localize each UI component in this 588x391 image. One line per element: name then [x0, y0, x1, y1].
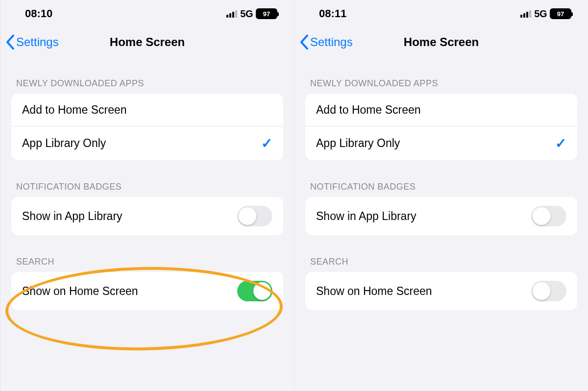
section-notification-badges: Notification Badges Show in App Library: [0, 182, 294, 235]
row-label: Show in App Library: [316, 210, 416, 223]
option-label: Add to Home Screen: [22, 103, 127, 117]
toggle-card: Show in App Library: [305, 197, 577, 235]
checkmark-icon: ✓: [555, 135, 566, 151]
section-header: Notification Badges: [305, 182, 577, 197]
section-header: Search: [11, 257, 283, 272]
phone-screenshot-left: 08:10 5G 97 Settings Home Screen Newly D…: [0, 0, 294, 391]
battery-level: 97: [263, 10, 270, 18]
back-button[interactable]: Settings: [299, 35, 353, 49]
section-newly-downloaded: Newly Downloaded Apps Add to Home Screen…: [0, 78, 294, 160]
toggle-card: Show on Home Screen: [305, 272, 577, 310]
toggle-show-in-app-library[interactable]: [237, 206, 272, 226]
toggle-show-on-home-screen[interactable]: [531, 281, 566, 301]
section-header: Search: [305, 257, 577, 272]
option-app-library-only[interactable]: App Library Only ✓: [305, 126, 577, 160]
option-app-library-only[interactable]: App Library Only ✓: [11, 126, 283, 160]
cellular-signal-icon: [226, 10, 237, 18]
row-label: Show on Home Screen: [316, 285, 432, 298]
phone-screenshot-right: 08:11 5G 97 Settings Home Screen Newly D…: [294, 0, 588, 391]
status-right: 5G 97: [226, 8, 277, 20]
back-button[interactable]: Settings: [5, 35, 59, 49]
toggle-card: Show in App Library: [11, 197, 283, 235]
status-time: 08:10: [25, 7, 52, 20]
row-label: Show on Home Screen: [22, 285, 138, 298]
status-time: 08:11: [319, 7, 346, 20]
back-label: Settings: [16, 35, 59, 49]
battery-icon: 97: [550, 8, 571, 19]
network-label: 5G: [534, 8, 547, 20]
option-label: App Library Only: [316, 137, 400, 150]
toggle-show-in-app-library[interactable]: [531, 206, 566, 226]
section-search: Search Show on Home Screen: [0, 257, 294, 310]
section-search: Search Show on Home Screen: [294, 257, 588, 310]
option-add-to-home[interactable]: Add to Home Screen: [11, 94, 283, 126]
row-show-in-app-library: Show in App Library: [11, 197, 283, 235]
row-show-on-home-screen: Show on Home Screen: [305, 272, 577, 310]
row-show-in-app-library: Show in App Library: [305, 197, 577, 235]
option-card: Add to Home Screen App Library Only ✓: [305, 94, 577, 160]
nav-bar: Settings Home Screen: [294, 27, 588, 57]
option-label: App Library Only: [22, 137, 106, 150]
option-card: Add to Home Screen App Library Only ✓: [11, 94, 283, 160]
row-label: Show in App Library: [22, 210, 122, 223]
network-label: 5G: [240, 8, 253, 20]
chevron-left-icon: [5, 35, 15, 49]
toggle-show-on-home-screen[interactable]: [237, 281, 272, 301]
section-header: Newly Downloaded Apps: [305, 78, 577, 94]
option-add-to-home[interactable]: Add to Home Screen: [305, 94, 577, 126]
section-header: Notification Badges: [11, 182, 283, 197]
battery-icon: 97: [256, 8, 277, 19]
nav-bar: Settings Home Screen: [0, 27, 294, 57]
status-bar: 08:10 5G 97: [0, 0, 294, 27]
option-label: Add to Home Screen: [316, 103, 421, 117]
back-label: Settings: [310, 35, 353, 49]
chevron-left-icon: [299, 35, 309, 49]
status-bar: 08:11 5G 97: [294, 0, 588, 27]
section-newly-downloaded: Newly Downloaded Apps Add to Home Screen…: [294, 78, 588, 160]
checkmark-icon: ✓: [261, 135, 272, 151]
battery-level: 97: [557, 10, 564, 18]
toggle-card: Show on Home Screen: [11, 272, 283, 310]
section-notification-badges: Notification Badges Show in App Library: [294, 182, 588, 235]
status-right: 5G 97: [520, 8, 571, 20]
section-header: Newly Downloaded Apps: [11, 78, 283, 94]
cellular-signal-icon: [520, 10, 531, 18]
row-show-on-home-screen: Show on Home Screen: [11, 272, 283, 310]
